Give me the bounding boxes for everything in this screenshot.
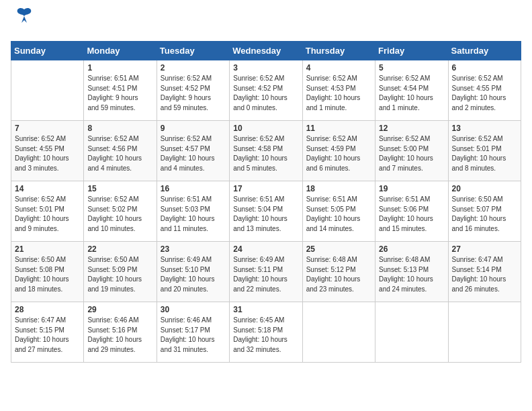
day-number: 29 [87,305,152,314]
calendar-cell: 21Sunrise: 6:50 AM Sunset: 5:08 PM Dayli… [11,242,84,302]
day-number: 21 [15,244,80,254]
day-number: 4 [306,63,371,73]
day-info: Sunrise: 6:51 AM Sunset: 5:05 PM Dayligh… [306,195,371,234]
day-number: 31 [233,305,298,314]
day-number: 20 [452,184,517,193]
calendar-cell: 14Sunrise: 6:52 AM Sunset: 5:01 PM Dayli… [11,181,84,242]
day-number: 24 [233,244,298,254]
day-number: 15 [87,184,152,193]
calendar-cell: 29Sunrise: 6:46 AM Sunset: 5:16 PM Dayli… [84,302,157,363]
day-number: 18 [306,184,371,193]
column-header-thursday: Thursday [302,42,375,60]
day-number: 23 [161,244,226,254]
calendar-week-row: 28Sunrise: 6:47 AM Sunset: 5:15 PM Dayli… [11,302,521,363]
calendar-cell [375,302,448,363]
calendar-cell: 17Sunrise: 6:51 AM Sunset: 5:04 PM Dayli… [230,181,302,242]
day-number: 27 [452,244,517,254]
day-info: Sunrise: 6:46 AM Sunset: 5:16 PM Dayligh… [87,316,152,355]
calendar-cell: 19Sunrise: 6:51 AM Sunset: 5:06 PM Dayli… [375,181,448,242]
day-info: Sunrise: 6:52 AM Sunset: 4:59 PM Dayligh… [306,134,371,173]
day-info: Sunrise: 6:49 AM Sunset: 5:11 PM Dayligh… [233,255,298,294]
calendar-cell: 13Sunrise: 6:52 AM Sunset: 5:01 PM Dayli… [448,121,521,181]
calendar-cell: 16Sunrise: 6:51 AM Sunset: 5:03 PM Dayli… [157,181,229,242]
logo [11,11,36,34]
day-number: 7 [15,124,80,133]
day-info: Sunrise: 6:52 AM Sunset: 5:02 PM Dayligh… [87,195,152,234]
column-header-saturday: Saturday [448,42,521,60]
day-number: 16 [161,184,226,193]
column-header-tuesday: Tuesday [157,42,229,60]
calendar-cell: 20Sunrise: 6:50 AM Sunset: 5:07 PM Dayli… [448,181,521,242]
calendar-cell: 22Sunrise: 6:50 AM Sunset: 5:09 PM Dayli… [84,242,157,302]
day-info: Sunrise: 6:50 AM Sunset: 5:09 PM Dayligh… [87,255,152,294]
day-number: 6 [452,63,517,73]
day-number: 1 [87,63,152,73]
calendar-cell: 23Sunrise: 6:49 AM Sunset: 5:10 PM Dayli… [157,242,229,302]
day-info: Sunrise: 6:47 AM Sunset: 5:14 PM Dayligh… [452,255,517,294]
column-header-sunday: Sunday [11,42,84,60]
calendar-cell: 10Sunrise: 6:52 AM Sunset: 4:58 PM Dayli… [230,121,302,181]
calendar-cell: 2Sunrise: 6:52 AM Sunset: 4:52 PM Daylig… [157,60,229,121]
calendar-cell: 11Sunrise: 6:52 AM Sunset: 4:59 PM Dayli… [302,121,375,181]
day-info: Sunrise: 6:50 AM Sunset: 5:08 PM Dayligh… [15,255,80,294]
calendar-cell: 6Sunrise: 6:52 AM Sunset: 4:55 PM Daylig… [448,60,521,121]
column-header-wednesday: Wednesday [230,42,302,60]
calendar-cell: 28Sunrise: 6:47 AM Sunset: 5:15 PM Dayli… [11,302,84,363]
calendar-cell: 18Sunrise: 6:51 AM Sunset: 5:05 PM Dayli… [302,181,375,242]
day-info: Sunrise: 6:52 AM Sunset: 5:01 PM Dayligh… [15,195,80,234]
day-info: Sunrise: 6:52 AM Sunset: 4:58 PM Dayligh… [233,134,298,173]
day-number: 2 [161,63,226,73]
day-number: 5 [379,63,444,73]
day-number: 14 [15,184,80,193]
calendar-cell: 30Sunrise: 6:46 AM Sunset: 5:17 PM Dayli… [157,302,229,363]
day-number: 3 [233,63,298,73]
page-header [11,11,521,34]
day-number: 11 [306,124,371,133]
day-number: 12 [379,124,444,133]
calendar-cell [448,302,521,363]
day-number: 28 [15,305,80,314]
calendar-header-row: SundayMondayTuesdayWednesdayThursdayFrid… [11,42,521,60]
day-info: Sunrise: 6:50 AM Sunset: 5:07 PM Dayligh… [452,195,517,234]
day-info: Sunrise: 6:51 AM Sunset: 5:04 PM Dayligh… [233,195,298,234]
day-info: Sunrise: 6:52 AM Sunset: 4:52 PM Dayligh… [161,74,226,113]
day-number: 25 [306,244,371,254]
calendar-cell: 5Sunrise: 6:52 AM Sunset: 4:54 PM Daylig… [375,60,448,121]
calendar-cell: 7Sunrise: 6:52 AM Sunset: 4:55 PM Daylig… [11,121,84,181]
day-info: Sunrise: 6:52 AM Sunset: 4:53 PM Dayligh… [306,74,371,113]
day-number: 9 [161,124,226,133]
calendar-cell: 26Sunrise: 6:48 AM Sunset: 5:13 PM Dayli… [375,242,448,302]
calendar-cell: 27Sunrise: 6:47 AM Sunset: 5:14 PM Dayli… [448,242,521,302]
calendar-cell: 25Sunrise: 6:48 AM Sunset: 5:12 PM Dayli… [302,242,375,302]
day-info: Sunrise: 6:52 AM Sunset: 5:01 PM Dayligh… [452,134,517,173]
calendar-cell: 15Sunrise: 6:52 AM Sunset: 5:02 PM Dayli… [84,181,157,242]
calendar-week-row: 21Sunrise: 6:50 AM Sunset: 5:08 PM Dayli… [11,242,521,302]
calendar-cell: 1Sunrise: 6:51 AM Sunset: 4:51 PM Daylig… [84,60,157,121]
calendar-cell [11,60,84,121]
day-info: Sunrise: 6:48 AM Sunset: 5:13 PM Dayligh… [379,255,444,294]
day-info: Sunrise: 6:49 AM Sunset: 5:10 PM Dayligh… [161,255,226,294]
calendar-cell: 31Sunrise: 6:45 AM Sunset: 5:18 PM Dayli… [230,302,302,363]
day-info: Sunrise: 6:52 AM Sunset: 4:55 PM Dayligh… [452,74,517,113]
day-number: 8 [87,124,152,133]
day-info: Sunrise: 6:45 AM Sunset: 5:18 PM Dayligh… [233,316,298,355]
day-info: Sunrise: 6:51 AM Sunset: 4:51 PM Dayligh… [87,74,152,113]
calendar-cell: 24Sunrise: 6:49 AM Sunset: 5:11 PM Dayli… [230,242,302,302]
day-number: 30 [161,305,226,314]
calendar-cell: 12Sunrise: 6:52 AM Sunset: 5:00 PM Dayli… [375,121,448,181]
day-number: 10 [233,124,298,133]
day-info: Sunrise: 6:52 AM Sunset: 5:00 PM Dayligh… [379,134,444,173]
day-info: Sunrise: 6:51 AM Sunset: 5:03 PM Dayligh… [161,195,226,234]
day-number: 17 [233,184,298,193]
day-info: Sunrise: 6:48 AM Sunset: 5:12 PM Dayligh… [306,255,371,294]
calendar-week-row: 14Sunrise: 6:52 AM Sunset: 5:01 PM Dayli… [11,181,521,242]
day-info: Sunrise: 6:47 AM Sunset: 5:15 PM Dayligh… [15,316,80,355]
day-info: Sunrise: 6:52 AM Sunset: 4:55 PM Dayligh… [15,134,80,173]
day-number: 22 [87,244,152,254]
day-number: 19 [379,184,444,193]
day-number: 13 [452,124,517,133]
day-number: 26 [379,244,444,254]
column-header-friday: Friday [375,42,448,60]
calendar-cell: 9Sunrise: 6:52 AM Sunset: 4:57 PM Daylig… [157,121,229,181]
day-info: Sunrise: 6:46 AM Sunset: 5:17 PM Dayligh… [161,316,226,355]
